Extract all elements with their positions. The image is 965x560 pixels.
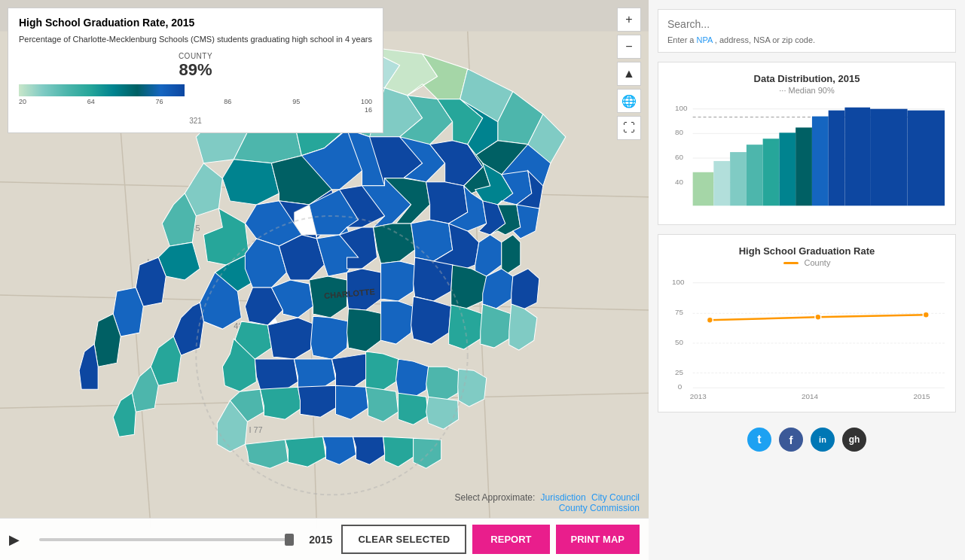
- svg-rect-140: [908, 111, 945, 206]
- approx-label: Select Approximate:: [455, 492, 536, 503]
- sidebar: Enter a NPA , address, NSA or zip code. …: [649, 0, 965, 560]
- search-input[interactable]: [667, 18, 946, 30]
- svg-text:2014: 2014: [802, 392, 818, 400]
- svg-point-155: [815, 314, 821, 320]
- legend-county-value: 89%: [19, 60, 372, 80]
- svg-rect-132: [747, 145, 763, 205]
- svg-text:40: 40: [675, 178, 683, 186]
- svg-rect-137: [829, 111, 845, 206]
- print-map-button[interactable]: PRINT MAP: [556, 525, 640, 554]
- action-buttons: CLEAR SELECTED REPORT PRINT MAP: [341, 525, 640, 554]
- report-button[interactable]: REPORT: [472, 525, 549, 554]
- social-bar: t f in gh: [658, 422, 956, 458]
- legend-count: 321: [19, 117, 372, 125]
- distribution-chart-subtitle: ··· Median 90%: [669, 86, 945, 95]
- svg-text:80: 80: [675, 128, 683, 136]
- svg-rect-130: [713, 161, 730, 205]
- county-legend-label: County: [805, 258, 831, 267]
- line-chart-area: 100 75 50 25 0 2013 2014 2015: [669, 273, 945, 401]
- tick-86: 86: [224, 98, 231, 105]
- map-container[interactable]: I 85 I85 485 485 I 77 I85: [0, 0, 649, 560]
- svg-rect-131: [730, 152, 747, 205]
- facebook-icon[interactable]: f: [779, 428, 803, 452]
- year-label: 2015: [309, 534, 332, 546]
- svg-point-154: [707, 317, 713, 323]
- zoom-out-button[interactable]: −: [617, 35, 641, 59]
- tick-100: 100: [361, 98, 372, 105]
- svg-text:60: 60: [675, 153, 683, 161]
- approximate-select: Select Approximate: Jurisdiction City Co…: [446, 492, 649, 513]
- county-line-icon: [783, 262, 799, 264]
- reset-north-button[interactable]: ▲: [617, 62, 641, 86]
- distribution-chart-title: Data Distribution, 2015: [669, 73, 945, 84]
- tick-16: 16: [365, 106, 372, 114]
- line-chart-title: High School Graduation Rate: [669, 245, 945, 257]
- search-hint: Enter a NPA , address, NSA or zip code.: [667, 35, 946, 44]
- tick-20: 20: [19, 98, 26, 105]
- svg-text:I 77: I 77: [249, 425, 262, 434]
- map-controls: + − ▲ 🌐 ⛶: [617, 8, 641, 140]
- npa-link[interactable]: NPA: [697, 35, 713, 44]
- svg-text:100: 100: [672, 278, 685, 286]
- zoom-in-button[interactable]: +: [617, 8, 641, 32]
- svg-text:50: 50: [675, 338, 683, 346]
- legend-county-label: COUNTY: [19, 52, 372, 60]
- svg-text:100: 100: [675, 104, 688, 112]
- distribution-chart-area: 100 80 60 40: [669, 101, 945, 214]
- svg-rect-136: [812, 117, 829, 206]
- map-legend: High School Graduation Rate, 2015 Percen…: [8, 8, 383, 133]
- distribution-chart-card: Data Distribution, 2015 ··· Median 90% 1…: [658, 62, 956, 225]
- svg-text:2015: 2015: [913, 392, 930, 400]
- svg-marker-86: [512, 269, 539, 310]
- distribution-svg: 100 80 60 40: [669, 101, 945, 214]
- search-hint-prefix: Enter a: [667, 35, 694, 44]
- svg-rect-135: [796, 127, 812, 205]
- play-button[interactable]: ▶: [9, 529, 30, 550]
- github-icon[interactable]: gh: [842, 428, 866, 452]
- clear-selected-button[interactable]: CLEAR SELECTED: [341, 525, 466, 554]
- timeline-handle[interactable]: [285, 534, 294, 546]
- search-hint-suffix: , address, NSA or zip code.: [715, 35, 815, 44]
- svg-text:75: 75: [675, 308, 683, 316]
- timeline-slider[interactable]: [39, 538, 294, 541]
- legend-ticks: 20 64 76 86 95 100: [19, 98, 372, 105]
- line-chart-card: High School Graduation Rate County 100 7…: [658, 234, 956, 412]
- legend-gradient-container: 20 64 76 86 95 100 16 321: [19, 84, 372, 125]
- search-box: Enter a NPA , address, NSA or zip code.: [658, 9, 956, 53]
- legend-description: Percentage of Charlotte-Mecklenburg Scho…: [19, 34, 372, 45]
- svg-rect-134: [779, 132, 796, 205]
- svg-rect-139: [870, 109, 907, 206]
- svg-rect-138: [844, 108, 870, 206]
- city-council-link[interactable]: City Council: [591, 492, 640, 503]
- legend-gradient-bar: [19, 84, 185, 96]
- svg-rect-129: [693, 172, 714, 206]
- svg-point-156: [923, 312, 929, 318]
- svg-marker-31: [222, 160, 279, 205]
- line-chart-legend: County: [669, 258, 945, 267]
- tick-95: 95: [292, 98, 300, 105]
- bottom-bar: ▶ 2015 CLEAR SELECTED REPORT PRINT MAP: [0, 518, 649, 560]
- twitter-icon[interactable]: t: [747, 428, 771, 452]
- fullscreen-button[interactable]: ⛶: [617, 116, 641, 140]
- legend-title: High School Graduation Rate, 2015: [19, 16, 372, 29]
- svg-text:25: 25: [675, 368, 683, 376]
- line-chart-svg: 100 75 50 25 0 2013 2014 2015: [669, 273, 945, 401]
- svg-text:0: 0: [678, 382, 683, 391]
- jurisdiction-link[interactable]: Jurisdiction: [541, 492, 586, 503]
- globe-button[interactable]: 🌐: [617, 89, 641, 113]
- county-commission-link[interactable]: County Commission: [559, 503, 640, 513]
- tick-76: 76: [156, 98, 163, 105]
- tick-64: 64: [87, 98, 95, 105]
- linkedin-icon[interactable]: in: [811, 428, 835, 452]
- svg-rect-133: [763, 138, 780, 205]
- svg-text:2013: 2013: [690, 392, 707, 400]
